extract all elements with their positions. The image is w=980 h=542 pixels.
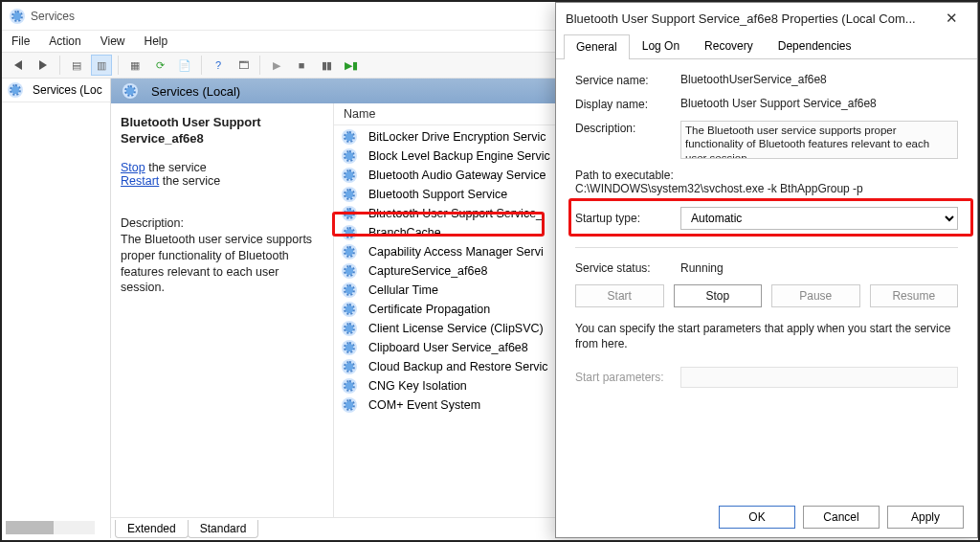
service-name: Bluetooth Audio Gateway Service bbox=[368, 169, 546, 182]
lbl-display-name: Display name: bbox=[575, 97, 680, 111]
val-description[interactable]: The Bluetooth user service supports prop… bbox=[680, 121, 958, 159]
service-name: COM+ Event System bbox=[368, 398, 480, 412]
ok-button[interactable]: OK bbox=[719, 506, 795, 529]
tree-root[interactable]: Services (Loc bbox=[2, 79, 110, 102]
detail-header-label: Services (Local) bbox=[151, 84, 240, 99]
dialog-title: Bluetooth User Support Service_af6e8 Pro… bbox=[566, 11, 916, 26]
lbl-params: Start parameters: bbox=[575, 371, 680, 384]
service-name: Block Level Backup Engine Servic bbox=[368, 149, 550, 163]
restart-link[interactable]: Restart bbox=[121, 174, 159, 188]
service-name: Certificate Propagation bbox=[368, 303, 490, 316]
menu-help[interactable]: Help bbox=[145, 34, 168, 48]
nav-back-button[interactable] bbox=[8, 55, 29, 76]
apply-button[interactable]: Apply bbox=[887, 506, 964, 529]
dialog-titlebar: Bluetooth User Support Service_af6e8 Pro… bbox=[556, 3, 977, 34]
col-name: Name bbox=[344, 107, 375, 121]
properties-button[interactable]: ▦ bbox=[124, 55, 145, 76]
refresh-button[interactable]: ⟳ bbox=[149, 55, 170, 76]
gear-icon bbox=[342, 282, 357, 298]
stop-link[interactable]: Stop bbox=[121, 161, 145, 174]
tab-extended[interactable]: Extended bbox=[115, 520, 189, 538]
service-control-buttons: Start Stop Pause Resume bbox=[575, 284, 958, 307]
dialog-tabs: General Log On Recovery Dependencies bbox=[556, 34, 977, 59]
stop-button[interactable]: Stop bbox=[674, 284, 763, 307]
divider bbox=[575, 247, 958, 248]
tree-hscroll[interactable] bbox=[6, 521, 95, 534]
tab-recovery[interactable]: Recovery bbox=[692, 34, 766, 58]
lbl-description: Description: bbox=[575, 121, 680, 135]
gear-icon bbox=[10, 9, 25, 24]
restart-line: Restart the service bbox=[121, 174, 322, 188]
highlight-box bbox=[332, 212, 545, 237]
service-name: CNG Key Isolation bbox=[368, 379, 467, 393]
dialog-footer: OK Cancel Apply bbox=[556, 495, 977, 537]
highlight-box-startup bbox=[568, 198, 973, 237]
pause-button: Pause bbox=[771, 284, 860, 307]
tab-general[interactable]: General bbox=[564, 34, 630, 59]
service-name: Capability Access Manager Servi bbox=[368, 245, 544, 259]
description-label: Description: bbox=[121, 216, 322, 230]
hint-text: You can specify the start parameters tha… bbox=[575, 321, 958, 351]
lbl-status: Service status: bbox=[575, 261, 680, 275]
gear-icon bbox=[122, 83, 138, 99]
lbl-service-name: Service name: bbox=[575, 73, 680, 87]
lbl-path: Path to executable: bbox=[575, 169, 958, 182]
stop-service-button[interactable]: ■ bbox=[291, 55, 312, 76]
tab-standard[interactable]: Standard bbox=[188, 520, 259, 538]
close-button[interactable]: ✕ bbox=[936, 8, 968, 29]
val-display-name: Bluetooth User Support Service_af6e8 bbox=[680, 97, 958, 110]
show-hide-tree-button[interactable]: ▤ bbox=[66, 55, 87, 76]
gear-icon bbox=[342, 187, 357, 202]
gear-icon bbox=[342, 302, 357, 317]
service-name: Cloud Backup and Restore Servic bbox=[368, 360, 548, 373]
gear-icon bbox=[342, 263, 357, 279]
stop-line: Stop the service bbox=[121, 161, 322, 174]
resume-button: Resume bbox=[870, 284, 959, 307]
gear-icon bbox=[342, 397, 357, 413]
service-name: Bluetooth Support Service bbox=[368, 188, 507, 201]
menu-action[interactable]: Action bbox=[49, 34, 80, 48]
tab-logon[interactable]: Log On bbox=[630, 34, 692, 58]
gear-icon bbox=[342, 359, 357, 374]
val-status: Running bbox=[680, 261, 724, 275]
cancel-button[interactable]: Cancel bbox=[803, 506, 880, 529]
menu-view[interactable]: View bbox=[100, 34, 125, 48]
start-button: Start bbox=[575, 284, 664, 307]
help-button[interactable]: ? bbox=[208, 55, 229, 76]
startup-row: Startup type: Automatic bbox=[575, 207, 958, 230]
description-text: The Bluetooth user service supports prop… bbox=[121, 232, 322, 297]
selected-service-title: Bluetooth User Support Service_af6e8 bbox=[121, 115, 322, 147]
start-service-button[interactable]: ▶ bbox=[266, 55, 287, 76]
service-name: BitLocker Drive Encryption Servic bbox=[368, 130, 546, 144]
service-name: Client License Service (ClipSVC) bbox=[368, 322, 544, 335]
export-button[interactable]: 📄 bbox=[174, 55, 195, 76]
gear-icon bbox=[342, 321, 357, 336]
action-pane-button[interactable]: 🗔 bbox=[233, 55, 254, 76]
tree-pane: Services (Loc bbox=[2, 79, 111, 538]
gear-icon bbox=[8, 82, 23, 98]
service-name: CaptureService_af6e8 bbox=[368, 264, 487, 278]
dialog-body: Service name:BluetoothUserService_af6e8 … bbox=[556, 59, 977, 495]
properties-dialog: Bluetooth User Support Service_af6e8 Pro… bbox=[555, 2, 978, 538]
start-params-input bbox=[680, 367, 958, 388]
val-path: C:\WINDOWS\system32\svchost.exe -k BthAp… bbox=[575, 182, 958, 195]
service-name: Cellular Time bbox=[368, 283, 438, 297]
gear-icon bbox=[342, 244, 357, 260]
gear-icon bbox=[342, 168, 357, 183]
show-hide-pane-button[interactable]: ▥ bbox=[91, 55, 112, 76]
service-name: Clipboard User Service_af6e8 bbox=[368, 341, 528, 354]
tab-dependencies[interactable]: Dependencies bbox=[766, 34, 864, 58]
gear-icon bbox=[342, 340, 357, 355]
gear-icon bbox=[342, 129, 357, 145]
tree-root-label: Services (Loc bbox=[33, 83, 102, 97]
menu-file[interactable]: File bbox=[11, 34, 30, 48]
window-title: Services bbox=[31, 10, 75, 23]
restart-service-button[interactable]: ▶▮ bbox=[341, 55, 362, 76]
pause-service-button[interactable]: ▮▮ bbox=[316, 55, 337, 76]
gear-icon bbox=[342, 378, 357, 394]
nav-forward-button[interactable] bbox=[33, 55, 54, 76]
info-column: Bluetooth User Support Service_af6e8 Sto… bbox=[111, 103, 333, 517]
gear-icon bbox=[342, 148, 357, 164]
val-service-name: BluetoothUserService_af6e8 bbox=[680, 73, 958, 86]
